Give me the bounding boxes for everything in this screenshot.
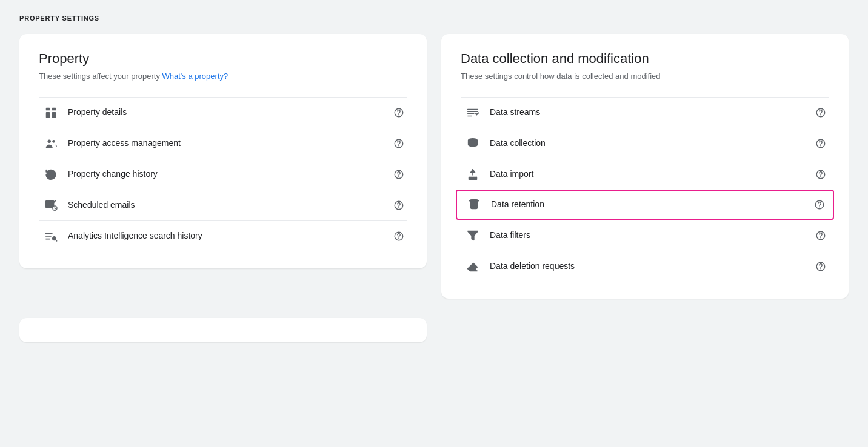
menu-item-data-import[interactable]: Data import — [461, 159, 829, 190]
data-retention-label: Data retention — [491, 199, 811, 211]
svg-rect-9 — [46, 200, 54, 207]
search-analytics-icon — [39, 230, 63, 243]
menu-item-property-details[interactable]: Property details — [39, 97, 407, 128]
menu-item-analytics-intelligence[interactable]: Analytics Intelligence search history — [39, 220, 407, 251]
help-icon-data-retention[interactable] — [811, 199, 828, 210]
bottom-card-peek — [19, 318, 427, 342]
filter-icon — [461, 229, 485, 242]
data-import-label: Data import — [490, 168, 812, 180]
menu-item-data-collection[interactable]: Data collection — [461, 128, 829, 159]
svg-rect-0 — [46, 107, 50, 110]
help-icon-data-filters[interactable] — [812, 230, 829, 241]
help-icon-data-collection[interactable] — [812, 138, 829, 149]
data-streams-label: Data streams — [490, 107, 812, 119]
data-filters-label: Data filters — [490, 230, 812, 242]
menu-item-property-access[interactable]: Property access management — [39, 128, 407, 159]
help-icon-property-details[interactable] — [390, 107, 407, 118]
analytics-intelligence-label: Analytics Intelligence search history — [68, 230, 390, 242]
grid-icon — [39, 106, 63, 119]
help-icon-data-streams[interactable] — [812, 107, 829, 118]
data-collection-card: Data collection and modification These s… — [441, 34, 849, 299]
import-icon — [461, 168, 485, 181]
svg-rect-2 — [46, 112, 50, 118]
streams-icon — [461, 106, 485, 119]
database-icon — [461, 137, 485, 150]
left-card-title: Property — [39, 51, 407, 67]
help-icon-data-deletion[interactable] — [812, 261, 829, 272]
data-deletion-label: Data deletion requests — [490, 260, 812, 273]
page-title: PROPERTY SETTINGS — [19, 15, 849, 22]
data-collection-label: Data collection — [490, 137, 812, 150]
right-card-title: Data collection and modification — [461, 51, 829, 67]
property-card: Property These settings affect your prop… — [19, 34, 427, 268]
scheduled-emails-label: Scheduled emails — [68, 199, 390, 211]
left-card-subtitle: These settings affect your property What… — [39, 70, 407, 82]
eraser-icon — [461, 260, 485, 273]
property-details-label: Property details — [68, 107, 390, 119]
history-icon — [39, 168, 63, 181]
subtitle-text: These settings affect your property — [39, 71, 162, 81]
svg-point-6 — [52, 140, 55, 143]
right-card-subtitle: These settings control how data is colle… — [461, 70, 829, 82]
svg-rect-3 — [52, 112, 56, 118]
svg-marker-26 — [468, 231, 478, 240]
menu-item-scheduled-emails[interactable]: Scheduled emails — [39, 190, 407, 220]
users-icon — [39, 137, 63, 150]
help-icon-data-import[interactable] — [812, 169, 829, 180]
property-history-label: Property change history — [68, 168, 390, 180]
menu-item-data-deletion[interactable]: Data deletion requests — [461, 251, 829, 282]
svg-rect-1 — [52, 107, 56, 110]
help-icon-scheduled-emails[interactable] — [390, 200, 407, 211]
scheduled-email-icon — [39, 199, 63, 212]
menu-item-property-history[interactable]: Property change history — [39, 159, 407, 190]
help-icon-property-access[interactable] — [390, 138, 407, 149]
whats-a-property-link[interactable]: What's a property? — [162, 71, 229, 81]
help-icon-property-history[interactable] — [390, 169, 407, 180]
menu-item-data-filters[interactable]: Data filters — [461, 220, 829, 251]
retention-icon — [462, 198, 486, 211]
cards-container: Property These settings affect your prop… — [19, 34, 849, 299]
help-icon-analytics-intelligence[interactable] — [390, 231, 407, 242]
property-access-label: Property access management — [68, 137, 390, 150]
svg-point-5 — [48, 139, 52, 143]
menu-item-data-retention[interactable]: Data retention — [456, 190, 834, 220]
menu-item-data-streams[interactable]: Data streams — [461, 97, 829, 128]
